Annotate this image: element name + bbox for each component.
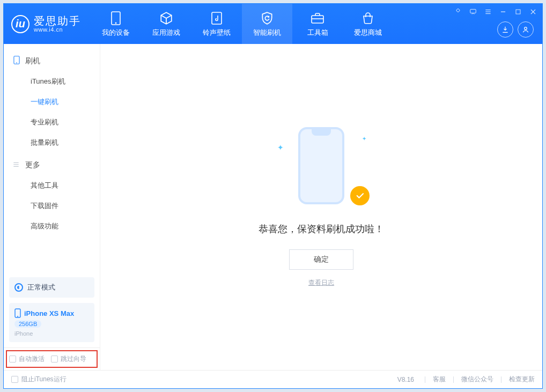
app-window: iu 爱思助手 www.i4.cn 我的设备 应用游戏 [3, 3, 543, 389]
svg-rect-4 [470, 9, 476, 13]
checkbox-block-itunes[interactable]: 阻止iTunes运行 [11, 375, 67, 384]
close-button[interactable] [528, 7, 538, 17]
svg-point-8 [16, 62, 17, 63]
tab-store-label: 爱思商城 [354, 28, 382, 38]
tab-apps[interactable]: 应用游戏 [141, 4, 191, 44]
version-label: V8.16 [397, 376, 414, 383]
phone-icon [108, 11, 123, 26]
svg-point-1 [115, 22, 117, 24]
tab-flash[interactable]: 智能刷机 [242, 4, 292, 44]
phone-illustration-icon [298, 127, 344, 204]
sidebar-group-more-label: 更多 [25, 160, 40, 170]
more-group-icon [12, 161, 21, 170]
device-phone-icon [14, 308, 21, 318]
flash-group-icon [12, 56, 21, 66]
body: 刷机 iTunes刷机 一键刷机 专业刷机 批量刷机 更多 其他工具 下载固件 … [4, 44, 542, 370]
mode-label: 正常模式 [27, 283, 55, 292]
sidebar-item-onekey[interactable]: 一键刷机 [4, 92, 100, 112]
toolbox-icon [310, 11, 325, 26]
sidebar-group-flash-label: 刷机 [25, 56, 40, 66]
mode-card[interactable]: 正常模式 [9, 277, 94, 298]
check-badge-icon [350, 186, 370, 205]
statusbar: 阻止iTunes运行 V8.16 客服 微信公众号 检查更新 [4, 370, 542, 388]
separator [501, 376, 501, 383]
main-pane: ✦ ✦ 恭喜您，保资料刷机成功啦！ 确定 查看日志 [100, 44, 542, 370]
window-controls [453, 7, 538, 17]
main-tabs: 我的设备 应用游戏 铃声壁纸 智能刷机 [91, 4, 393, 44]
logo: iu 爱思助手 www.i4.cn [4, 4, 91, 44]
sidebar-item-other[interactable]: 其他工具 [4, 175, 100, 196]
sparkle-icon: ✦ [277, 143, 284, 152]
checkbox-skip-guide-label: 跳过向导 [61, 354, 86, 364]
logo-text: 爱思助手 www.i4.cn [34, 16, 81, 33]
device-name: iPhone XS Max [24, 309, 74, 317]
sparkle-icon: ✦ [362, 136, 366, 142]
checkbox-box-icon [51, 356, 58, 363]
logo-letter: iu [16, 18, 25, 30]
checkbox-skip-guide[interactable]: 跳过向导 [51, 354, 86, 364]
tab-store[interactable]: 爱思商城 [343, 4, 393, 44]
brand-name: 爱思助手 [34, 16, 81, 26]
checkbox-block-itunes-label: 阻止iTunes运行 [21, 375, 67, 384]
tab-ringwall-label: 铃声壁纸 [203, 28, 231, 38]
separator [453, 376, 454, 383]
sidebar-item-pro[interactable]: 专业刷机 [4, 112, 100, 132]
download-button[interactable] [497, 21, 513, 38]
sidebar-group-flash: 刷机 [4, 48, 100, 71]
success-illustration: ✦ ✦ [284, 127, 359, 208]
minimize-button[interactable] [498, 7, 508, 17]
tab-tools-label: 工具箱 [307, 28, 328, 38]
tab-device-label: 我的设备 [102, 28, 130, 38]
sidebar-group-more: 更多 [4, 153, 100, 175]
logo-icon: iu [11, 15, 29, 33]
svg-rect-5 [516, 10, 520, 14]
tab-device[interactable]: 我的设备 [91, 4, 141, 44]
support-link[interactable]: 客服 [433, 375, 446, 384]
sidebar-item-fw[interactable]: 下载固件 [4, 196, 100, 216]
checkbox-auto-activate-label: 自动激活 [19, 354, 45, 364]
device-cards: 正常模式 iPhone XS Max 256GB iPhone [4, 277, 100, 347]
sidebar-item-batch[interactable]: 批量刷机 [4, 132, 100, 153]
bag-icon [360, 11, 375, 26]
ok-button[interactable]: 确定 [289, 249, 353, 270]
mode-icon [14, 283, 23, 292]
success-message: 恭喜您，保资料刷机成功啦！ [259, 223, 384, 235]
checkbox-auto-activate[interactable]: 自动激活 [9, 354, 45, 364]
shield-refresh-icon [260, 11, 275, 26]
device-name-row: iPhone XS Max [14, 308, 89, 318]
checkbox-box-icon [9, 356, 16, 363]
wechat-link[interactable]: 微信公众号 [461, 375, 493, 384]
svg-rect-3 [312, 16, 323, 23]
statusbar-right: V8.16 客服 微信公众号 检查更新 [397, 375, 535, 384]
sidebar: 刷机 iTunes刷机 一键刷机 专业刷机 批量刷机 更多 其他工具 下载固件 … [4, 44, 100, 370]
view-log-link[interactable]: 查看日志 [308, 278, 334, 287]
theme-icon[interactable] [453, 7, 463, 17]
title-badges [497, 21, 534, 38]
svg-point-6 [525, 27, 527, 30]
tab-flash-label: 智能刷机 [253, 28, 281, 38]
feedback-icon[interactable] [468, 7, 478, 17]
separator [425, 376, 425, 383]
device-kind: iPhone [14, 330, 89, 337]
tab-apps-label: 应用游戏 [152, 28, 180, 38]
account-button[interactable] [518, 21, 534, 38]
sidebar-bottom-options: 自动激活 跳过向导 [4, 347, 100, 370]
titlebar: iu 爱思助手 www.i4.cn 我的设备 应用游戏 [4, 4, 542, 44]
maximize-button[interactable] [513, 7, 523, 17]
menu-icon[interactable] [483, 7, 493, 17]
device-card[interactable]: iPhone XS Max 256GB iPhone [9, 303, 94, 342]
cube-icon [159, 11, 174, 26]
update-link[interactable]: 检查更新 [509, 375, 535, 384]
device-storage: 256GB [14, 320, 41, 328]
tab-ringwall[interactable]: 铃声壁纸 [191, 4, 242, 44]
music-file-icon [209, 11, 224, 26]
brand-url: www.i4.cn [34, 26, 81, 33]
tab-tools[interactable]: 工具箱 [292, 4, 343, 44]
sidebar-item-itunes[interactable]: iTunes刷机 [4, 71, 100, 92]
svg-point-10 [17, 316, 18, 317]
checkbox-box-icon [11, 376, 18, 383]
sidebar-item-adv[interactable]: 高级功能 [4, 216, 100, 236]
